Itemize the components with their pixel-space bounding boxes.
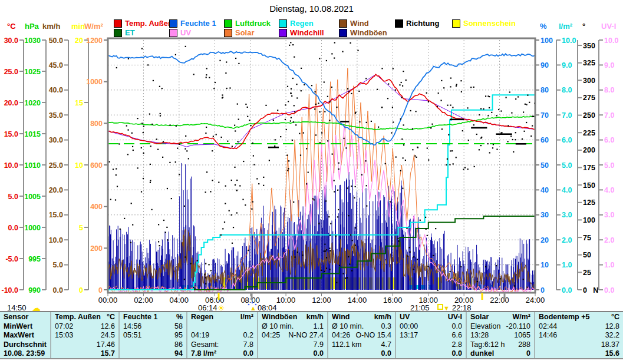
svg-text:20: 20 [540, 236, 549, 244]
cell-value: 32.2 [605, 331, 619, 340]
svg-text:km/h: km/h [42, 22, 60, 31]
svg-text:0.0: 0.0 [53, 286, 63, 294]
svg-text:10.0: 10.0 [4, 161, 18, 170]
svg-text:8.0: 8.0 [604, 86, 614, 94]
svg-text:04:00: 04:00 [170, 296, 189, 305]
svg-text:35.0: 35.0 [49, 111, 63, 120]
cell-text: Bodentemp +5 [539, 313, 589, 322]
svg-text:6.0: 6.0 [562, 136, 572, 144]
svg-text:10.0: 10.0 [49, 236, 63, 244]
svg-text:400: 400 [90, 203, 103, 211]
weather-app-window: Dienstag, 10.08.2021 Temp. AußenFeuchte … [0, 0, 623, 364]
svg-text:1200: 1200 [86, 37, 103, 45]
cell-text: Wind [332, 313, 350, 322]
svg-text:%: % [540, 22, 547, 31]
cell-value: O-NO 15.4 [356, 331, 391, 340]
svg-text:50: 50 [583, 251, 591, 259]
svg-text:7.0: 7.0 [604, 111, 614, 120]
svg-text:5.0: 5.0 [53, 261, 63, 269]
svg-text:22:00: 22:00 [490, 296, 509, 305]
cell-text: 7.8 l/m² [191, 349, 216, 359]
row-label-minwert: MinWert [4, 322, 32, 332]
svg-text:15.0: 15.0 [4, 130, 18, 138]
svg-text:0.0: 0.0 [604, 286, 614, 294]
cell-value: 58 [174, 322, 183, 332]
svg-text:600: 600 [90, 161, 103, 170]
svg-text:4.0: 4.0 [604, 186, 614, 194]
table-col-bodentemp-5: Bodentemp +5°C02:4412.814:4632.218.3715.… [535, 312, 623, 358]
svg-text:7.0: 7.0 [562, 111, 572, 120]
svg-text:0: 0 [540, 286, 545, 294]
svg-text:40.0: 40.0 [49, 86, 63, 94]
table-col-uv: UVUV-I00:000.013:176.62.80.0 [396, 312, 467, 358]
cell-value: 18.37 [601, 340, 619, 350]
svg-text:0.0: 0.0 [8, 224, 18, 232]
svg-text:hPa: hPa [25, 22, 39, 31]
svg-text:15.0: 15.0 [49, 211, 63, 219]
svg-text:1010: 1010 [24, 161, 41, 170]
svg-text:30.0: 30.0 [49, 136, 63, 144]
svg-text:15: 15 [75, 99, 83, 107]
svg-text:16:00: 16:00 [383, 296, 403, 305]
table-col-solar: SolarW/m²Elevation-20.11013:281065Tag:6:… [467, 312, 535, 358]
table-col-windb-en: Windböenkm/hØ 10 min.1.104:25N-NO 27.47.… [258, 312, 328, 358]
cell-text: 00:00 [400, 322, 418, 332]
cell-value: 15.6 [605, 349, 619, 359]
svg-text:75: 75 [583, 234, 591, 242]
cell-text: Ø 10 min. [262, 322, 294, 332]
svg-text:100: 100 [540, 37, 553, 45]
cell-value: 1.1 [314, 322, 324, 332]
svg-text:12:00: 12:00 [312, 296, 331, 305]
cell-value: 12.8 [605, 322, 619, 332]
cell-value: 288 [518, 340, 530, 350]
svg-text:UV-I: UV-I [601, 22, 616, 31]
svg-text:4.0: 4.0 [562, 186, 572, 194]
svg-text:8.0: 8.0 [562, 86, 572, 94]
cell-text: 02:44 [539, 322, 557, 332]
svg-text:5.0: 5.0 [8, 193, 18, 201]
svg-text:0 N: 0 N [583, 286, 598, 294]
svg-text:45.0: 45.0 [49, 61, 63, 70]
svg-text:90: 90 [540, 61, 549, 70]
svg-text:150: 150 [583, 181, 595, 190]
cell-value: 4.7 [381, 340, 391, 350]
cell-value: °C [611, 313, 619, 322]
svg-text:1.0: 1.0 [604, 261, 614, 269]
svg-text:3.0: 3.0 [562, 211, 572, 219]
cell-value: 6.6 [452, 331, 462, 340]
cell-text: 14:46 [539, 331, 557, 340]
cell-value: -20.110 [506, 322, 530, 332]
cell-value: 12.6 [101, 322, 115, 332]
svg-text:50: 50 [540, 161, 549, 170]
cell-text: 15:03 [55, 331, 73, 340]
cell-value: 1065 [514, 331, 530, 340]
cell-value: km/h [374, 313, 391, 322]
weather-chart: °C-10.0-5.00.05.010.015.020.025.030.0hPa… [0, 0, 623, 312]
svg-text:-5.0: -5.0 [5, 255, 18, 263]
svg-text:200: 200 [583, 146, 595, 154]
svg-text:10:00: 10:00 [276, 296, 296, 305]
cell-text: UV [400, 313, 410, 322]
cell-text: 14:56 [123, 322, 141, 332]
cell-text: 13:28 [470, 331, 489, 340]
svg-text:200: 200 [90, 244, 103, 253]
svg-text:9.0: 9.0 [604, 61, 614, 70]
cell-value: W/m² [512, 313, 530, 322]
svg-text:25.0: 25.0 [4, 68, 18, 76]
svg-text:30: 30 [540, 211, 549, 219]
svg-text:350: 350 [583, 42, 595, 50]
cell-text: 05:51 [123, 331, 141, 340]
row-label-sensor: Sensor [4, 313, 28, 322]
svg-text:1025: 1025 [24, 68, 41, 76]
cell-text: Gesamt: [191, 340, 219, 350]
svg-text:l/m²: l/m² [559, 22, 573, 31]
cell-value: 7.9 [314, 340, 324, 350]
cell-text: dunkel [470, 349, 494, 359]
svg-text:0: 0 [98, 286, 103, 294]
svg-text:min: min [71, 22, 85, 31]
cell-value: 0.2 [243, 331, 253, 340]
row-label-durchschnitt: Durchschnitt [4, 340, 47, 350]
svg-text:1015: 1015 [24, 130, 41, 138]
svg-text:14:00: 14:00 [348, 296, 367, 305]
cell-value: 2.8 [452, 340, 462, 350]
